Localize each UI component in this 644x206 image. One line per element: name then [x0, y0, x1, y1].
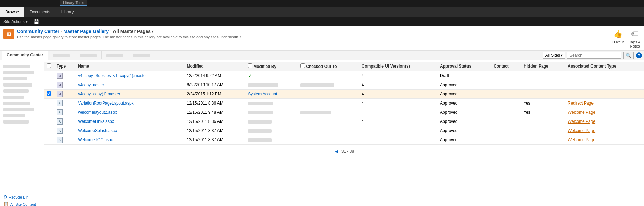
row-compatible-ui: 4: [359, 99, 437, 108]
sidebar-item-1[interactable]: [0, 63, 44, 69]
associated-content-link[interactable]: Welcome Page: [568, 137, 595, 142]
sidebar-item-5[interactable]: [0, 88, 44, 94]
table-row: Mv4copy.master8/28/2013 10:17 AM4Approve…: [44, 80, 644, 90]
tab-browse[interactable]: Browse: [0, 7, 24, 17]
header-associated-content[interactable]: Associated Content Type: [565, 62, 644, 71]
header-compatible-ui[interactable]: Compatible UI Version(s): [359, 62, 437, 71]
i-like-it-button[interactable]: 👍 I Like It: [612, 29, 624, 44]
row-checkbox-cell: [44, 126, 54, 135]
row-name: WelcomeSplash.aspx: [75, 126, 184, 135]
row-associated-content: [565, 80, 644, 90]
site-actions-dropdown-arrow: ▾: [26, 19, 28, 24]
recycle-bin-link[interactable]: ♻ Recycle Bin: [0, 193, 44, 201]
row-checked-out-to: [298, 90, 359, 99]
row-compatible-ui: [359, 126, 437, 135]
save-button[interactable]: 💾: [33, 19, 39, 24]
row-checked-out-to: [298, 80, 359, 90]
pagination-prev[interactable]: ◄: [334, 149, 339, 154]
row-hidden-page: Yes: [521, 99, 565, 108]
file-name-link[interactable]: WelcomeTOC.aspx: [78, 137, 113, 142]
tab-documents[interactable]: Documents: [24, 7, 56, 17]
header-modified[interactable]: Modified: [184, 62, 245, 71]
header-contact[interactable]: Contact: [491, 62, 521, 71]
aspx-page-icon: A: [57, 137, 63, 143]
aspx-page-icon: A: [57, 128, 63, 134]
row-approval-status: Draft: [437, 71, 491, 80]
breadcrumb-master-page-gallery[interactable]: Master Page Gallery: [63, 29, 109, 34]
row-modified-by: [245, 117, 298, 126]
header-checkbox-col: [44, 62, 54, 71]
row-associated-content: Welcome Page: [565, 135, 644, 145]
associated-content-link[interactable]: Welcome Page: [568, 110, 595, 115]
row-contact: [491, 90, 521, 99]
header-modified-by[interactable]: Modified By: [245, 62, 298, 71]
row-checkbox-cell: [44, 135, 54, 145]
file-name-link[interactable]: WelcomeSplash.aspx: [78, 128, 117, 133]
tags-icon: 🏷: [629, 29, 640, 39]
sidebar-item-6[interactable]: [0, 94, 44, 100]
row-checked-out-to: [298, 99, 359, 108]
file-name-link[interactable]: VariationRootPageLayout.aspx: [78, 101, 134, 106]
file-name-link[interactable]: WelcomeLinks.aspx: [78, 119, 114, 124]
site-actions-button[interactable]: Site Actions ▾: [1, 19, 30, 25]
content-area: Type Name Modified Modified By Checked O…: [44, 60, 644, 206]
modified-by-checkbox[interactable]: [248, 63, 252, 68]
tab-library[interactable]: Library: [56, 7, 79, 17]
tab-3[interactable]: [75, 51, 102, 59]
header-checked-out-to[interactable]: Checked Out To: [298, 62, 359, 71]
tab-community-center[interactable]: Community Center: [2, 51, 48, 60]
row-name: WelcomeLinks.aspx: [75, 117, 184, 126]
all-site-content-icon: 📋: [3, 202, 9, 206]
file-name-link[interactable]: v4_copy_Subsites_v1_copy(1).master: [78, 73, 147, 78]
all-sites-label: All Sites: [545, 53, 560, 58]
search-button[interactable]: 🔍: [623, 52, 634, 59]
associated-content-link[interactable]: Welcome Page: [568, 119, 595, 124]
row-compatible-ui: [359, 108, 437, 117]
associated-content-link[interactable]: Redirect Page: [568, 101, 594, 106]
sidebar-item-10[interactable]: [0, 118, 44, 125]
all-sites-dropdown[interactable]: All Sites ▾: [543, 52, 565, 59]
row-type-icon: A: [54, 135, 75, 145]
checked-out-checkbox[interactable]: [300, 63, 305, 68]
file-name-link[interactable]: v4copy_copy(1).master: [78, 92, 120, 96]
search-input[interactable]: [567, 52, 621, 59]
sidebar-item-2[interactable]: [0, 69, 44, 75]
breadcrumb-dropdown-arrow[interactable]: ▾: [152, 29, 154, 34]
file-name-link[interactable]: v4copy.master: [78, 82, 104, 87]
sidebar-item-4[interactable]: [0, 81, 44, 88]
master-page-icon: M: [57, 73, 63, 79]
select-all-checkbox[interactable]: [47, 63, 51, 68]
row-contact: [491, 99, 521, 108]
row-checkbox[interactable]: [47, 91, 51, 96]
row-compatible-ui: 4: [359, 117, 437, 126]
breadcrumb-community-center[interactable]: Community Center: [17, 29, 59, 34]
all-site-content-link[interactable]: 📋 All Site Content: [0, 201, 44, 206]
site-actions-label: Site Actions: [3, 19, 25, 24]
sidebar-item-3[interactable]: [0, 75, 44, 81]
header-approval-status[interactable]: Approval Status: [437, 62, 491, 71]
file-name-link[interactable]: welcomelayout2.aspx: [78, 110, 117, 115]
tab-2[interactable]: [48, 51, 75, 59]
breadcrumb-content: Community Center › Master Page Gallery ›…: [17, 29, 609, 39]
associated-content-link[interactable]: Welcome Page: [568, 128, 595, 133]
master-page-icon: M: [57, 82, 63, 88]
master-page-icon: M: [57, 91, 63, 97]
row-modified-by: [245, 99, 298, 108]
header-name[interactable]: Name: [75, 62, 184, 71]
tab-4[interactable]: [102, 51, 128, 59]
header-hidden-page[interactable]: Hidden Page: [521, 62, 565, 71]
breadcrumb-current-page: All Master Pages ▾: [113, 29, 154, 34]
sidebar-item-7[interactable]: [0, 100, 44, 106]
sidebar-item-9[interactable]: [0, 112, 44, 118]
row-modified-by: ✓: [245, 71, 298, 80]
pagination-range: 31 - 38: [341, 149, 354, 154]
tab-5[interactable]: [128, 51, 155, 59]
row-checkbox-cell: [44, 108, 54, 117]
tags-notes-button[interactable]: 🏷 Tags & Notes: [629, 29, 641, 48]
row-contact: [491, 126, 521, 135]
toolbar-right: All Sites ▾ 🔍 ?: [543, 52, 642, 59]
help-button[interactable]: ?: [636, 52, 642, 58]
row-name: v4_copy_Subsites_v1_copy(1).master: [75, 71, 184, 80]
table-row: AVariationRootPageLayout.aspx12/15/2011 …: [44, 99, 644, 108]
sidebar-item-8[interactable]: [0, 106, 44, 112]
